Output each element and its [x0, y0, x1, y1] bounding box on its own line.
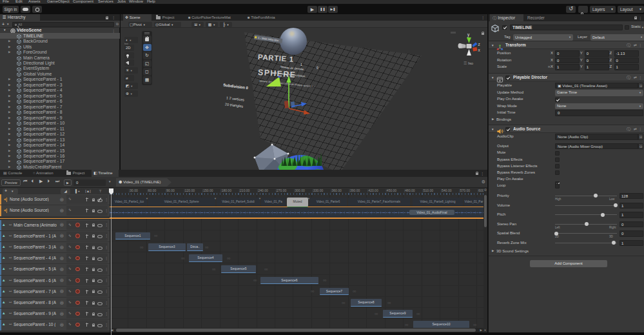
svg-text:z: z [478, 42, 480, 46]
svg-text:x: x [478, 48, 481, 52]
svg-text:y: y [467, 32, 470, 37]
